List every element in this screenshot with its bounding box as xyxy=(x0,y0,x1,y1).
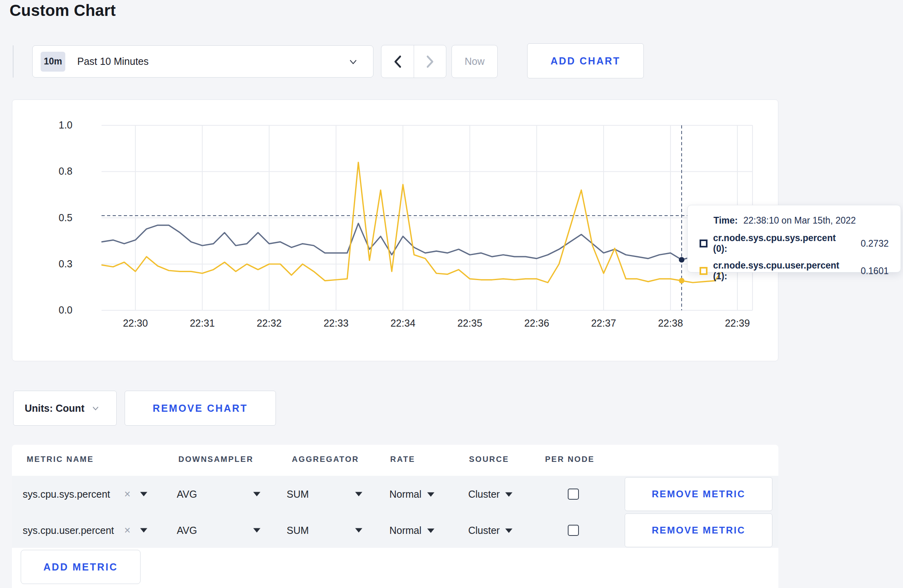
column-header-downsampler: DOWNSAMPLER xyxy=(178,455,254,464)
x-tick-label: 22:34 xyxy=(371,317,435,329)
tooltip-series-row: cr.node.sys.cpu.user.percent (1): 0.1601 xyxy=(700,260,889,282)
page-title: Custom Chart xyxy=(10,2,116,19)
tooltip-series-label: cr.node.sys.cpu.sys.percent (0): xyxy=(713,233,850,254)
column-header-per-node: PER NODE xyxy=(545,455,594,464)
column-header-source: SOURCE xyxy=(469,455,509,464)
y-tick-label: 0.5 xyxy=(33,212,72,224)
rate-select[interactable]: Normal xyxy=(389,488,434,500)
downsampler-caret-icon[interactable] xyxy=(253,528,260,532)
rate-caret-icon[interactable] xyxy=(427,529,434,533)
x-tick-label: 22:36 xyxy=(505,317,569,329)
per-node-checkbox[interactable] xyxy=(568,525,579,536)
x-tick-label: 22:30 xyxy=(104,317,167,329)
downsampler-caret-icon[interactable] xyxy=(253,492,260,496)
aggregator-select[interactable]: SUM xyxy=(287,488,309,500)
custom-chart-page: Custom Chart 10m Past 10 Minutes Now ADD… xyxy=(0,0,903,588)
time-window-select[interactable]: 10m Past 10 Minutes xyxy=(32,45,373,78)
aggregator-caret-icon[interactable] xyxy=(355,492,362,496)
toolbar-left-divider xyxy=(13,45,14,78)
aggregator-select[interactable]: SUM xyxy=(287,524,309,536)
y-tick-label: 0.8 xyxy=(33,165,72,177)
rate-caret-icon[interactable] xyxy=(427,493,434,497)
metric-name-value[interactable]: sys.cpu.user.percent xyxy=(23,524,114,536)
tooltip-series-row: cr.node.sys.cpu.sys.percent (0): 0.2732 xyxy=(700,233,889,254)
downsampler-select[interactable]: AVG xyxy=(177,524,197,536)
time-nav-group xyxy=(381,45,446,78)
time-window-label: Past 10 Minutes xyxy=(77,56,149,67)
units-select-label: Units: Count xyxy=(25,403,84,414)
units-select[interactable]: Units: Count xyxy=(13,391,117,426)
x-tick-label: 22:39 xyxy=(706,317,769,329)
source-select[interactable]: Cluster xyxy=(468,524,512,536)
chevron-down-icon xyxy=(92,404,100,412)
source-caret-icon[interactable] xyxy=(505,493,512,497)
column-header-rate: RATE xyxy=(390,455,415,464)
y-tick-label: 0.3 xyxy=(33,258,72,270)
downsampler-select[interactable]: AVG xyxy=(177,488,197,500)
metric-name-value[interactable]: sys.cpu.sys.percent xyxy=(23,488,110,500)
add-chart-button[interactable]: ADD CHART xyxy=(527,43,644,78)
x-tick-label: 22:32 xyxy=(237,317,301,329)
metric-row: sys.cpu.sys.percent × AVG SUM Normal Clu… xyxy=(12,476,778,512)
time-back-button[interactable] xyxy=(381,45,414,78)
remove-metric-button[interactable]: REMOVE METRIC xyxy=(625,477,772,511)
source-caret-icon[interactable] xyxy=(505,529,512,533)
per-node-checkbox[interactable] xyxy=(568,489,579,500)
tooltip-time-label: Time: xyxy=(713,215,738,226)
y-tick-label: 1.0 xyxy=(33,119,72,131)
chevron-left-icon xyxy=(393,55,403,68)
column-header-metric-name: METRIC NAME xyxy=(27,455,94,464)
x-tick-label: 22:33 xyxy=(304,317,368,329)
rate-select[interactable]: Normal xyxy=(389,524,434,536)
metric-name-caret-icon[interactable] xyxy=(140,492,147,496)
sys-series-legend-swatch-icon xyxy=(700,239,708,247)
tooltip-time-row: Time:22:38:10 on Mar 15th, 2022 xyxy=(700,215,889,226)
now-button[interactable]: Now xyxy=(452,45,498,78)
chevron-down-icon xyxy=(348,57,358,66)
metric-name-caret-icon[interactable] xyxy=(140,528,147,532)
time-forward-button[interactable] xyxy=(414,45,446,78)
metric-row: sys.cpu.user.percent × AVG SUM Normal Cl… xyxy=(12,512,778,548)
chart-hover-tooltip: Time:22:38:10 on Mar 15th, 2022 cr.node.… xyxy=(687,205,901,273)
y-tick-label: 0.0 xyxy=(33,304,72,316)
x-tick-label: 22:35 xyxy=(438,317,502,329)
add-metric-button[interactable]: ADD METRIC xyxy=(21,550,141,584)
time-window-badge: 10m xyxy=(41,52,65,72)
remove-metric-tag-icon[interactable]: × xyxy=(124,524,131,536)
x-tick-label: 22:38 xyxy=(639,317,702,329)
source-select[interactable]: Cluster xyxy=(468,488,512,500)
tooltip-series-value: 0.1601 xyxy=(861,266,889,276)
user-series-legend-swatch-icon xyxy=(700,267,708,275)
chevron-right-icon xyxy=(425,55,435,68)
remove-metric-tag-icon[interactable]: × xyxy=(124,488,131,500)
remove-chart-button[interactable]: REMOVE CHART xyxy=(125,391,276,426)
column-header-aggregator: AGGREGATOR xyxy=(292,455,359,464)
aggregator-caret-icon[interactable] xyxy=(355,528,362,532)
tooltip-series-value: 0.2732 xyxy=(861,238,889,249)
remove-metric-button[interactable]: REMOVE METRIC xyxy=(625,513,772,547)
x-tick-label: 22:31 xyxy=(170,317,234,329)
x-tick-label: 22:37 xyxy=(572,317,635,329)
tooltip-series-label: cr.node.sys.cpu.user.percent (1): xyxy=(713,260,850,282)
tooltip-time-value: 22:38:10 on Mar 15th, 2022 xyxy=(743,215,856,226)
